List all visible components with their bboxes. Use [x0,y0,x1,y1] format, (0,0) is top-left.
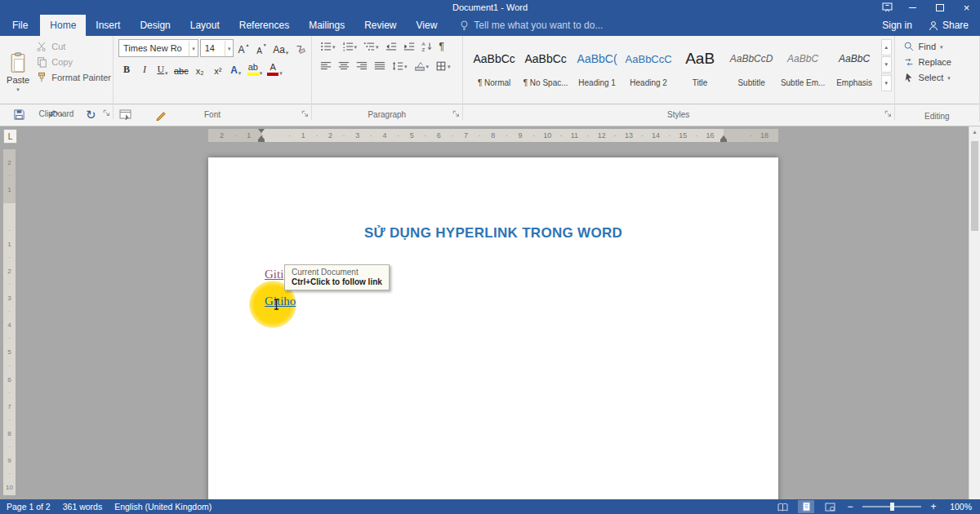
find-button[interactable]: Find ▾ [903,41,976,52]
change-case-button[interactable]: Aa▾ [271,40,290,56]
chevron-down-icon[interactable]: ▾ [189,41,198,56]
show-marks-button[interactable]: ¶ [438,39,446,54]
strikethrough-button[interactable]: abc [172,60,190,77]
chevron-down-icon[interactable]: ▾ [225,41,234,56]
gallery-more-button[interactable]: ▼ [881,73,892,91]
format-painter-button[interactable]: Format Painter [36,72,111,83]
hyperlink[interactable]: Gitiho [265,295,296,308]
italic-button[interactable]: I [136,60,153,77]
minimize-button[interactable] [899,0,926,15]
chevron-down-icon[interactable]: ▾ [238,70,242,76]
chevron-down-icon[interactable]: ▾ [16,86,20,92]
chevron-down-icon[interactable]: ▾ [279,70,283,76]
paste-button[interactable]: Paste ▾ [3,38,33,106]
zoom-in-button[interactable]: + [929,501,938,512]
borders-button[interactable]: ▾ [434,59,452,73]
align-center-button[interactable] [336,59,351,73]
sign-in-link[interactable]: Sign in [882,20,912,31]
language-indicator[interactable]: English (United Kingdom) [114,502,212,512]
justify-button[interactable] [372,59,387,73]
style-card[interactable]: AaBbCcC Heading 2 [624,39,674,88]
bold-button[interactable]: B [118,60,135,77]
chevron-down-icon[interactable]: ▾ [376,44,379,50]
replace-button[interactable]: Replace [903,56,976,68]
shrink-font-button[interactable]: A▼ [253,40,270,56]
vertical-scrollbar[interactable]: ▲ [969,126,980,499]
styles-dialog-launcher-icon[interactable] [884,109,893,118]
followed-hyperlink[interactable]: Giti [265,268,283,281]
ribbon-tab[interactable]: Layout [180,15,229,36]
zoom-percentage[interactable]: 100% [946,502,972,512]
sort-button[interactable]: AZ [420,39,434,54]
style-card[interactable]: AaBbCc ¶ No Spac... [521,39,571,88]
gallery-up-button[interactable]: ▲ [881,39,892,55]
scrollbar-thumb[interactable] [971,141,978,231]
align-right-button[interactable] [354,59,369,73]
bullets-button[interactable]: ▾ [318,39,337,54]
ribbon-tab[interactable]: References [229,15,299,36]
font-color-button[interactable]: A ▾ [265,60,284,77]
close-button[interactable]: × [953,0,980,15]
style-card[interactable]: AaBbCcD Subtitle [727,39,777,88]
text-effects-button[interactable]: A▾ [228,60,244,77]
chevron-down-icon[interactable]: ▾ [448,64,451,69]
superscript-button[interactable]: x² [210,60,226,77]
vertical-ruler[interactable]: 2112345678910 [3,149,16,495]
font-size-select[interactable]: 14 ▾ [200,39,234,57]
left-indent-marker[interactable] [258,140,265,142]
chevron-down-icon[interactable]: ▾ [947,75,951,81]
chevron-down-icon[interactable]: ▾ [426,64,430,69]
gallery-down-button[interactable]: ▼ [881,56,892,73]
font-dialog-launcher-icon[interactable] [301,109,310,118]
style-card[interactable]: AaBbC( Heading 1 [572,39,622,88]
tell-me-box[interactable]: Tell me what you want to do... [460,15,603,36]
chevron-down-icon[interactable]: ▾ [404,64,408,69]
chevron-down-icon[interactable]: ▾ [260,70,263,76]
paragraph-dialog-launcher-icon[interactable] [452,109,461,118]
right-indent-marker-base[interactable] [720,140,727,142]
grow-font-button[interactable]: A▲ [235,40,252,56]
word-count[interactable]: 361 words [63,502,102,512]
style-card[interactable]: AaBbCc ¶ Normal [470,39,519,88]
select-button[interactable]: Select ▾ [903,72,976,83]
read-mode-button[interactable] [774,500,791,513]
ribbon-tab[interactable]: Insert [86,15,130,36]
decrease-indent-button[interactable] [384,39,399,54]
ribbon-tab[interactable]: View [407,15,448,36]
tab-file[interactable]: File [0,15,40,36]
print-layout-button[interactable] [798,500,814,513]
font-name-select[interactable]: Times New Ro ▾ [118,39,198,57]
page-indicator[interactable]: Page 1 of 2 [7,502,51,512]
share-button[interactable]: Share [929,20,969,31]
ribbon-tab[interactable]: Home [40,15,86,36]
tab-stop-selector[interactable]: L [3,129,17,144]
document-page[interactable]: SỬ DỤNG HYPERLINK TRONG WORD Giti Gitiho… [208,157,778,499]
chevron-down-icon[interactable]: ▾ [332,44,336,50]
ribbon-tab[interactable]: Design [130,15,180,36]
line-spacing-button[interactable]: ▾ [390,59,409,73]
document-title[interactable]: SỬ DỤNG HYPERLINK TRONG WORD [208,225,778,241]
clear-formatting-button[interactable] [292,40,308,56]
style-card[interactable]: AaBbC Subtle Em... [778,39,828,88]
zoom-out-button[interactable]: − [845,501,855,512]
shading-button[interactable]: ▾ [412,59,431,73]
chevron-down-icon[interactable]: ▾ [165,70,168,76]
scroll-up-icon[interactable]: ▲ [969,126,980,135]
subscript-button[interactable]: x₂ [192,60,208,77]
zoom-slider-thumb[interactable] [890,503,894,511]
horizontal-ruler[interactable]: 211234567891011121314151618 [208,129,778,142]
increase-indent-button[interactable] [402,39,416,54]
chevron-down-icon[interactable]: ▾ [286,50,289,55]
chevron-down-icon[interactable]: ▾ [940,44,943,50]
web-layout-button[interactable] [822,500,838,513]
highlight-button[interactable]: ab ▾ [246,60,265,77]
chevron-down-icon[interactable]: ▾ [354,44,358,50]
underline-button[interactable]: U▾ [154,60,171,77]
copy-button[interactable]: Copy [36,56,111,68]
numbering-button[interactable]: ▾ [341,39,359,54]
maximize-button[interactable] [926,0,953,15]
ribbon-tab[interactable]: Review [354,15,406,36]
style-card[interactable]: AaBbC Emphasis [830,39,880,88]
cut-button[interactable]: Cut [36,41,111,52]
first-line-indent-marker[interactable] [258,129,265,133]
